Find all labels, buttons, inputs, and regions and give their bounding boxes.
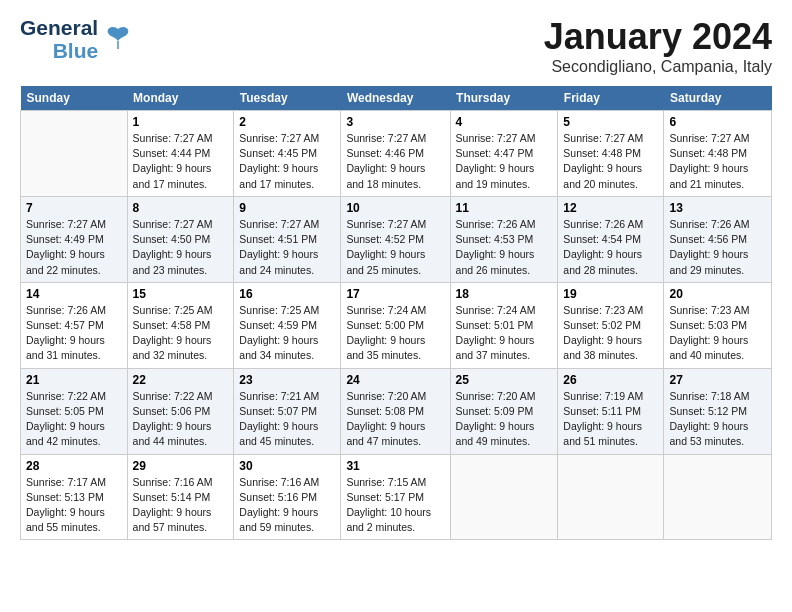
calendar-cell: 28Sunrise: 7:17 AMSunset: 5:13 PMDayligh… xyxy=(21,454,128,540)
day-number: 12 xyxy=(563,201,658,215)
logo-general: General xyxy=(20,16,98,39)
day-number: 1 xyxy=(133,115,229,129)
day-number: 4 xyxy=(456,115,553,129)
day-number: 22 xyxy=(133,373,229,387)
calendar-cell: 3Sunrise: 7:27 AMSunset: 4:46 PMDaylight… xyxy=(341,111,450,197)
day-number: 27 xyxy=(669,373,766,387)
day-info: Sunrise: 7:21 AMSunset: 5:07 PMDaylight:… xyxy=(239,389,335,450)
day-number: 25 xyxy=(456,373,553,387)
day-info: Sunrise: 7:27 AMSunset: 4:49 PMDaylight:… xyxy=(26,217,122,278)
calendar-cell: 9Sunrise: 7:27 AMSunset: 4:51 PMDaylight… xyxy=(234,196,341,282)
column-header-thursday: Thursday xyxy=(450,86,558,111)
day-info: Sunrise: 7:17 AMSunset: 5:13 PMDaylight:… xyxy=(26,475,122,536)
calendar-cell: 5Sunrise: 7:27 AMSunset: 4:48 PMDaylight… xyxy=(558,111,664,197)
day-number: 18 xyxy=(456,287,553,301)
calendar-cell: 22Sunrise: 7:22 AMSunset: 5:06 PMDayligh… xyxy=(127,368,234,454)
day-number: 10 xyxy=(346,201,444,215)
week-row-3: 14Sunrise: 7:26 AMSunset: 4:57 PMDayligh… xyxy=(21,282,772,368)
day-info: Sunrise: 7:24 AMSunset: 5:01 PMDaylight:… xyxy=(456,303,553,364)
day-info: Sunrise: 7:25 AMSunset: 4:59 PMDaylight:… xyxy=(239,303,335,364)
calendar-cell xyxy=(664,454,772,540)
calendar-cell xyxy=(558,454,664,540)
calendar-cell: 4Sunrise: 7:27 AMSunset: 4:47 PMDaylight… xyxy=(450,111,558,197)
column-header-saturday: Saturday xyxy=(664,86,772,111)
day-number: 17 xyxy=(346,287,444,301)
day-number: 19 xyxy=(563,287,658,301)
page-container: General Blue January 2024 Secondigliano,… xyxy=(0,0,792,550)
day-number: 24 xyxy=(346,373,444,387)
calendar-cell: 12Sunrise: 7:26 AMSunset: 4:54 PMDayligh… xyxy=(558,196,664,282)
calendar-cell: 24Sunrise: 7:20 AMSunset: 5:08 PMDayligh… xyxy=(341,368,450,454)
logo-blue: Blue xyxy=(53,39,99,62)
day-number: 5 xyxy=(563,115,658,129)
header: General Blue January 2024 Secondigliano,… xyxy=(20,16,772,76)
day-info: Sunrise: 7:27 AMSunset: 4:46 PMDaylight:… xyxy=(346,131,444,192)
calendar-cell: 11Sunrise: 7:26 AMSunset: 4:53 PMDayligh… xyxy=(450,196,558,282)
header-row: SundayMondayTuesdayWednesdayThursdayFrid… xyxy=(21,86,772,111)
calendar-cell: 20Sunrise: 7:23 AMSunset: 5:03 PMDayligh… xyxy=(664,282,772,368)
column-header-friday: Friday xyxy=(558,86,664,111)
calendar-cell xyxy=(21,111,128,197)
day-info: Sunrise: 7:27 AMSunset: 4:51 PMDaylight:… xyxy=(239,217,335,278)
logo-bird-icon xyxy=(104,23,132,55)
day-number: 23 xyxy=(239,373,335,387)
day-info: Sunrise: 7:27 AMSunset: 4:45 PMDaylight:… xyxy=(239,131,335,192)
calendar-cell: 31Sunrise: 7:15 AMSunset: 5:17 PMDayligh… xyxy=(341,454,450,540)
day-info: Sunrise: 7:20 AMSunset: 5:09 PMDaylight:… xyxy=(456,389,553,450)
day-number: 8 xyxy=(133,201,229,215)
calendar-cell: 21Sunrise: 7:22 AMSunset: 5:05 PMDayligh… xyxy=(21,368,128,454)
day-number: 26 xyxy=(563,373,658,387)
calendar-cell: 29Sunrise: 7:16 AMSunset: 5:14 PMDayligh… xyxy=(127,454,234,540)
day-number: 29 xyxy=(133,459,229,473)
calendar-cell xyxy=(450,454,558,540)
week-row-4: 21Sunrise: 7:22 AMSunset: 5:05 PMDayligh… xyxy=(21,368,772,454)
day-info: Sunrise: 7:24 AMSunset: 5:00 PMDaylight:… xyxy=(346,303,444,364)
calendar-cell: 1Sunrise: 7:27 AMSunset: 4:44 PMDaylight… xyxy=(127,111,234,197)
day-info: Sunrise: 7:26 AMSunset: 4:57 PMDaylight:… xyxy=(26,303,122,364)
day-info: Sunrise: 7:27 AMSunset: 4:44 PMDaylight:… xyxy=(133,131,229,192)
day-number: 30 xyxy=(239,459,335,473)
calendar-cell: 25Sunrise: 7:20 AMSunset: 5:09 PMDayligh… xyxy=(450,368,558,454)
day-info: Sunrise: 7:16 AMSunset: 5:14 PMDaylight:… xyxy=(133,475,229,536)
day-info: Sunrise: 7:27 AMSunset: 4:50 PMDaylight:… xyxy=(133,217,229,278)
week-row-1: 1Sunrise: 7:27 AMSunset: 4:44 PMDaylight… xyxy=(21,111,772,197)
calendar-cell: 27Sunrise: 7:18 AMSunset: 5:12 PMDayligh… xyxy=(664,368,772,454)
day-number: 11 xyxy=(456,201,553,215)
calendar-cell: 23Sunrise: 7:21 AMSunset: 5:07 PMDayligh… xyxy=(234,368,341,454)
calendar-cell: 13Sunrise: 7:26 AMSunset: 4:56 PMDayligh… xyxy=(664,196,772,282)
calendar-cell: 8Sunrise: 7:27 AMSunset: 4:50 PMDaylight… xyxy=(127,196,234,282)
day-info: Sunrise: 7:26 AMSunset: 4:56 PMDaylight:… xyxy=(669,217,766,278)
day-info: Sunrise: 7:27 AMSunset: 4:48 PMDaylight:… xyxy=(563,131,658,192)
calendar-cell: 16Sunrise: 7:25 AMSunset: 4:59 PMDayligh… xyxy=(234,282,341,368)
day-number: 16 xyxy=(239,287,335,301)
day-info: Sunrise: 7:19 AMSunset: 5:11 PMDaylight:… xyxy=(563,389,658,450)
calendar-cell: 18Sunrise: 7:24 AMSunset: 5:01 PMDayligh… xyxy=(450,282,558,368)
calendar-cell: 2Sunrise: 7:27 AMSunset: 4:45 PMDaylight… xyxy=(234,111,341,197)
day-info: Sunrise: 7:16 AMSunset: 5:16 PMDaylight:… xyxy=(239,475,335,536)
day-number: 13 xyxy=(669,201,766,215)
day-info: Sunrise: 7:20 AMSunset: 5:08 PMDaylight:… xyxy=(346,389,444,450)
day-number: 3 xyxy=(346,115,444,129)
calendar-cell: 7Sunrise: 7:27 AMSunset: 4:49 PMDaylight… xyxy=(21,196,128,282)
calendar-cell: 19Sunrise: 7:23 AMSunset: 5:02 PMDayligh… xyxy=(558,282,664,368)
day-info: Sunrise: 7:26 AMSunset: 4:53 PMDaylight:… xyxy=(456,217,553,278)
day-info: Sunrise: 7:27 AMSunset: 4:52 PMDaylight:… xyxy=(346,217,444,278)
day-number: 20 xyxy=(669,287,766,301)
calendar-cell: 26Sunrise: 7:19 AMSunset: 5:11 PMDayligh… xyxy=(558,368,664,454)
day-number: 28 xyxy=(26,459,122,473)
day-number: 21 xyxy=(26,373,122,387)
day-info: Sunrise: 7:27 AMSunset: 4:47 PMDaylight:… xyxy=(456,131,553,192)
day-number: 9 xyxy=(239,201,335,215)
day-number: 7 xyxy=(26,201,122,215)
day-info: Sunrise: 7:23 AMSunset: 5:03 PMDaylight:… xyxy=(669,303,766,364)
day-info: Sunrise: 7:25 AMSunset: 4:58 PMDaylight:… xyxy=(133,303,229,364)
calendar-cell: 17Sunrise: 7:24 AMSunset: 5:00 PMDayligh… xyxy=(341,282,450,368)
calendar-table: SundayMondayTuesdayWednesdayThursdayFrid… xyxy=(20,86,772,540)
column-header-tuesday: Tuesday xyxy=(234,86,341,111)
day-number: 14 xyxy=(26,287,122,301)
day-number: 31 xyxy=(346,459,444,473)
calendar-subtitle: Secondigliano, Campania, Italy xyxy=(544,58,772,76)
calendar-cell: 6Sunrise: 7:27 AMSunset: 4:48 PMDaylight… xyxy=(664,111,772,197)
calendar-title: January 2024 xyxy=(544,16,772,58)
calendar-cell: 30Sunrise: 7:16 AMSunset: 5:16 PMDayligh… xyxy=(234,454,341,540)
